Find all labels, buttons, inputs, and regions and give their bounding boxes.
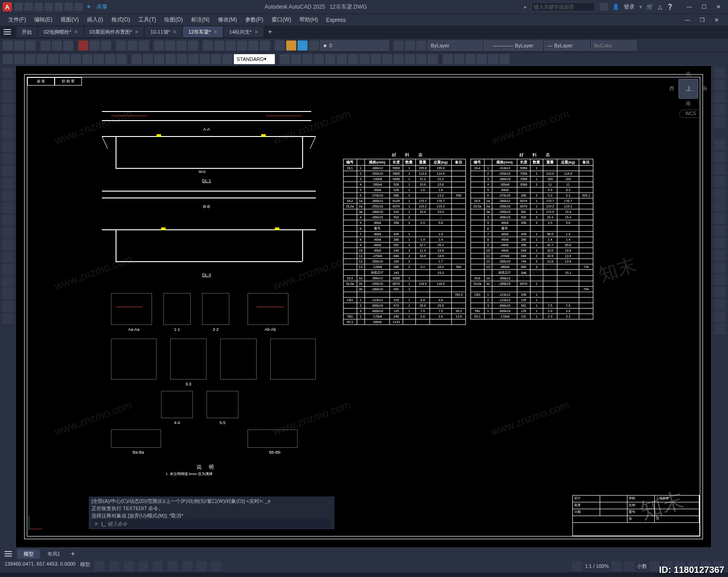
close-icon[interactable]: × xyxy=(214,28,217,35)
cmd-handle-icon[interactable]: ✕ xyxy=(94,520,98,527)
preview-icon[interactable] xyxy=(52,40,62,51)
viewcube-east[interactable]: 东 xyxy=(703,85,708,92)
mod-explode-icon[interactable] xyxy=(714,324,725,334)
boundary-icon[interactable] xyxy=(2,227,13,238)
menu-help[interactable]: 帮助(H) xyxy=(296,15,322,25)
trim-icon[interactable] xyxy=(337,54,347,64)
block-icon[interactable] xyxy=(2,288,13,299)
center-icon[interactable] xyxy=(166,54,176,64)
pan-icon[interactable] xyxy=(154,40,164,51)
zoom-icon[interactable] xyxy=(165,40,175,51)
doc-restore-button[interactable]: ❐ xyxy=(695,15,709,25)
menu-file[interactable]: 文件(F) xyxy=(5,15,30,25)
polar-icon[interactable] xyxy=(138,561,148,571)
extend-icon[interactable] xyxy=(348,54,358,64)
login-button[interactable]: 登录 xyxy=(624,3,635,11)
tab-file-4[interactable]: 12吊车梁*× xyxy=(183,26,223,37)
layer-combo[interactable]: ■ 0 xyxy=(320,40,389,51)
coords-readout[interactable]: 138460.0471, 657.4453, 0.0000 xyxy=(5,561,76,571)
lock-icon[interactable] xyxy=(309,40,319,51)
zoom-readout[interactable]: 1:1 / 100% xyxy=(585,563,609,569)
close-icon[interactable]: × xyxy=(254,28,258,35)
dim-angle-icon[interactable] xyxy=(82,54,92,64)
qat-redo-icon[interactable] xyxy=(75,3,83,11)
help-icon[interactable]: ❔ xyxy=(667,4,673,10)
layout-add-button[interactable]: + xyxy=(67,548,78,559)
command-input[interactable]: ✕ ⟩_ 键入命令 xyxy=(91,519,332,528)
rotate-icon[interactable] xyxy=(303,54,313,64)
menu-tools[interactable]: 工具(T) xyxy=(135,15,160,25)
ellipse-icon[interactable] xyxy=(2,141,13,152)
maximize-button[interactable]: ☐ xyxy=(697,2,711,11)
hamburger-icon[interactable] xyxy=(2,26,13,37)
login-icon[interactable]: 👤 xyxy=(612,4,619,10)
paste-icon[interactable] xyxy=(101,40,111,51)
scale-icon[interactable] xyxy=(314,54,324,64)
zoom-prev-icon[interactable] xyxy=(188,40,198,51)
mod-stretch-icon[interactable] xyxy=(714,238,725,248)
ray-icon[interactable] xyxy=(2,178,13,189)
dimstyle-combo[interactable]: STANDARD ▾ xyxy=(234,54,275,64)
toolpal-icon[interactable] xyxy=(226,40,236,51)
t5-icon[interactable] xyxy=(488,54,498,64)
dim-space-icon[interactable] xyxy=(131,54,142,64)
qat-open-icon[interactable] xyxy=(25,3,33,11)
minimize-button[interactable]: — xyxy=(682,2,696,11)
t3-icon[interactable] xyxy=(465,54,475,64)
makeblock-icon[interactable] xyxy=(2,301,13,312)
status-model-label[interactable]: 模型 xyxy=(80,561,90,571)
dim-ord-icon[interactable] xyxy=(37,54,47,64)
gear-icon[interactable] xyxy=(612,561,622,571)
close-icon[interactable]: × xyxy=(135,28,138,35)
layer-icon[interactable] xyxy=(275,40,285,51)
erase-icon[interactable] xyxy=(428,54,438,64)
rect-icon[interactable] xyxy=(2,116,13,127)
t6-icon[interactable] xyxy=(500,54,510,64)
copy-icon[interactable] xyxy=(90,40,100,51)
menu-draw[interactable]: 绘图(D) xyxy=(161,15,187,25)
point-icon[interactable] xyxy=(2,190,13,201)
pline-icon[interactable] xyxy=(2,80,13,91)
close-button[interactable]: ✕ xyxy=(712,2,725,11)
fillet-icon[interactable] xyxy=(394,54,404,64)
osnap-icon[interactable] xyxy=(153,561,163,571)
menu-insert[interactable]: 插入(I) xyxy=(83,15,106,25)
spline-icon[interactable] xyxy=(2,153,13,164)
redo-icon[interactable] xyxy=(139,40,149,51)
cut-icon[interactable] xyxy=(78,40,88,51)
model-tab[interactable]: 模型 xyxy=(17,549,40,559)
mod-copy-icon[interactable] xyxy=(714,152,725,162)
lwt-icon[interactable] xyxy=(197,561,207,571)
otrack-icon[interactable] xyxy=(167,561,177,571)
nav-orbit-icon[interactable] xyxy=(714,104,725,115)
viewcube-south[interactable]: 南 xyxy=(686,100,691,107)
nav-wheel-icon[interactable] xyxy=(714,67,725,78)
tab-file-1[interactable]: 02地脚螺栓*× xyxy=(38,26,83,37)
tab-add-button[interactable]: + xyxy=(264,26,275,37)
trans-icon[interactable] xyxy=(211,561,221,571)
open-icon[interactable] xyxy=(14,40,24,51)
move-icon[interactable] xyxy=(280,54,290,64)
gradient-icon[interactable] xyxy=(2,215,13,226)
tab-file-3[interactable]: 10-11墙*× xyxy=(145,26,182,37)
dim-break-icon[interactable] xyxy=(143,54,153,64)
save-icon[interactable] xyxy=(25,40,35,51)
tab-start[interactable]: 开始 xyxy=(16,27,37,37)
dim-arc-icon[interactable] xyxy=(25,54,35,64)
snap-icon[interactable] xyxy=(109,561,119,571)
polygon-icon[interactable] xyxy=(2,129,13,140)
tab-file-2[interactable]: 03屋面构件布置图*× xyxy=(84,26,144,37)
t2-icon[interactable] xyxy=(454,54,464,64)
workspace-icon[interactable] xyxy=(650,561,660,571)
dim-jog-icon[interactable] xyxy=(60,54,70,64)
match-icon[interactable] xyxy=(116,40,126,51)
nav-pan-icon[interactable] xyxy=(714,80,725,91)
menu-format[interactable]: 格式(O) xyxy=(108,15,134,25)
search-go-icon[interactable] xyxy=(600,3,608,11)
t1-icon[interactable] xyxy=(443,54,453,64)
region-icon[interactable] xyxy=(2,239,13,250)
menu-edit[interactable]: 编辑(E) xyxy=(30,15,56,25)
qat-new-icon[interactable] xyxy=(15,3,23,11)
dim-diam-icon[interactable] xyxy=(71,54,81,64)
dim-tedit-icon[interactable] xyxy=(211,54,221,64)
